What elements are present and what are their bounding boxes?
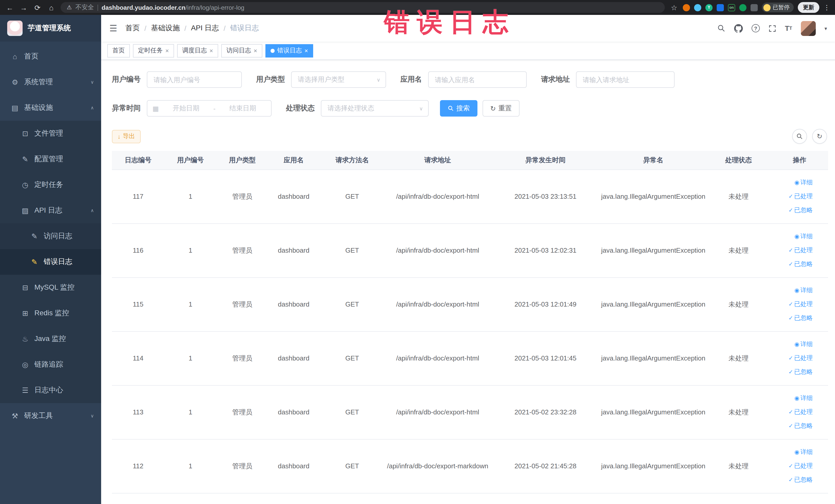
sidebar-item-config-management[interactable]: ✎ 配置管理	[0, 146, 101, 172]
close-icon[interactable]: ×	[165, 47, 169, 54]
cell-method: GET	[319, 277, 385, 331]
mark-processed-link[interactable]: ✓已处理	[771, 189, 813, 203]
col-app-name: 应用名	[268, 151, 319, 169]
breadcrumb: 首页 / 基础设施 / API 日志 / 错误日志	[125, 24, 259, 33]
extension-icon[interactable]	[717, 4, 724, 11]
mark-processed-link[interactable]: ✓已处理	[771, 297, 813, 311]
browser-toolbar: ← → ⟳ ⌂ ⚠ 不安全 dashboard.yudao.iocoder.cn…	[0, 0, 835, 15]
extension-icon[interactable]	[683, 4, 690, 11]
extension-icon[interactable]	[694, 4, 701, 11]
check-icon: ✓	[789, 301, 793, 307]
detail-link[interactable]: ◉详细	[771, 176, 813, 189]
github-icon[interactable]	[734, 24, 743, 33]
sidebar-toggle-icon[interactable]: ☰	[109, 23, 117, 34]
end-date-placeholder[interactable]: 结束日期	[220, 104, 266, 113]
cell-exception-time: 2021-05-03 23:13:51	[490, 169, 600, 223]
tab-schedule-log[interactable]: 调度日志 ×	[177, 44, 218, 57]
search-button[interactable]: 搜索	[440, 100, 477, 117]
bookmark-star-icon[interactable]: ☆	[669, 3, 679, 12]
address-bar[interactable]: ⚠ 不安全 dashboard.yudao.iocoder.cn/infra/l…	[61, 2, 665, 13]
profile-paused-chip[interactable]: 已暂停	[762, 3, 794, 12]
sidebar-item-redis-monitor[interactable]: ⊞ Redis 监控	[0, 300, 101, 326]
user-avatar[interactable]	[801, 21, 816, 36]
breadcrumb-item[interactable]: API 日志	[191, 24, 219, 33]
detail-link[interactable]: ◉详细	[771, 445, 813, 459]
close-icon[interactable]: ×	[209, 47, 213, 54]
reload-icon[interactable]: ⟳	[33, 3, 42, 12]
sidebar-item-error-log[interactable]: ✎ 错误日志	[0, 249, 101, 275]
caret-down-icon[interactable]: ▾	[824, 25, 827, 31]
tab-home[interactable]: 首页	[107, 44, 130, 57]
exception-time-range-picker[interactable]: ▦ 开始日期 - 结束日期	[147, 100, 271, 117]
extension-icon[interactable]	[739, 4, 747, 11]
mark-ignored-link[interactable]: ✓已忽略	[771, 419, 813, 433]
user-id-input[interactable]	[147, 72, 242, 88]
chevron-up-icon: ∧	[90, 208, 94, 213]
tab-access-log[interactable]: 访问日志 ×	[221, 44, 262, 57]
sidebar-item-mysql-monitor[interactable]: ⊟ MySQL 监控	[0, 275, 101, 300]
sidebar-item-java-monitor[interactable]: ♨ Java 监控	[0, 326, 101, 352]
sidebar-item-infrastructure[interactable]: ▤ 基础设施 ∧	[0, 95, 101, 121]
sidebar-item-api-log[interactable]: ▨ API 日志 ∧	[0, 198, 101, 223]
back-icon[interactable]: ←	[5, 3, 14, 12]
mark-processed-link[interactable]: ✓已处理	[771, 459, 813, 473]
refresh-table-button[interactable]: ↻	[812, 129, 827, 144]
table-row: 113 1 管理员 dashboard GET /api/infra/db-do…	[112, 385, 828, 439]
app-name-input[interactable]	[428, 72, 527, 88]
sidebar-item-scheduled-jobs[interactable]: ◷ 定时任务	[0, 172, 101, 198]
sidebar-item-log-center[interactable]: ☰ 日志中心	[0, 378, 101, 403]
user-type-select[interactable]: 请选择用户类型 ∨	[291, 72, 386, 88]
sidebar-item-label: 配置管理	[34, 155, 63, 164]
file-icon: ⊡	[21, 129, 30, 138]
mark-processed-link[interactable]: ✓已处理	[771, 405, 813, 419]
mark-processed-link[interactable]: ✓已处理	[771, 351, 813, 365]
breadcrumb-item[interactable]: 基础设施	[151, 24, 180, 33]
cell-log-id: 115	[112, 277, 164, 331]
browser-menu-icon[interactable]: ⋮	[823, 4, 830, 11]
search-icon[interactable]	[717, 24, 726, 32]
process-status-select[interactable]: 请选择处理状态 ∨	[321, 100, 429, 117]
detail-link[interactable]: ◉详细	[771, 283, 813, 297]
sidebar-item-dev-tools[interactable]: ⚒ 研发工具 ∨	[0, 403, 101, 429]
sidebar-item-trace[interactable]: ◎ 链路追踪	[0, 352, 101, 378]
reset-button[interactable]: ↻ 重置	[483, 100, 520, 117]
sidebar-item-access-log[interactable]: ✎ 访问日志	[0, 223, 101, 249]
fullscreen-icon[interactable]	[769, 24, 776, 32]
tab-scheduled-jobs[interactable]: 定时任务 ×	[133, 44, 174, 57]
close-icon[interactable]: ×	[304, 47, 308, 54]
browser-update-button[interactable]: 更新	[798, 2, 819, 13]
detail-link[interactable]: ◉详细	[771, 229, 813, 243]
cell-actions: ◉详细 ✓已处理 ✓已忽略	[771, 223, 828, 277]
sidebar-item-system-management[interactable]: ⚙ 系统管理 ∨	[0, 69, 101, 95]
sidebar-item-home[interactable]: ⌂ 首页	[0, 44, 101, 69]
mark-ignored-link[interactable]: ✓已忽略	[771, 203, 813, 217]
close-icon[interactable]: ×	[253, 47, 257, 54]
tab-error-log[interactable]: 错误日志 ×	[265, 44, 313, 57]
detail-link[interactable]: ◉详细	[771, 391, 813, 405]
home-icon[interactable]: ⌂	[47, 3, 56, 12]
toggle-search-button[interactable]	[792, 129, 807, 144]
breadcrumb-item[interactable]: 首页	[125, 24, 140, 33]
extension-icon[interactable]: Y	[705, 4, 713, 11]
sidebar-item-file-management[interactable]: ⊡ 文件管理	[0, 121, 101, 146]
process-status-label: 处理状态	[286, 104, 315, 113]
logo-bunny-icon	[7, 21, 23, 36]
navbar-actions: ? TT ▾	[717, 21, 827, 36]
mark-ignored-link[interactable]: ✓已忽略	[771, 257, 813, 271]
start-date-placeholder[interactable]: 开始日期	[163, 104, 209, 113]
cell-app-name: dashboard	[268, 331, 319, 385]
forward-icon[interactable]: →	[19, 3, 28, 12]
export-button[interactable]: ↓ 导出	[112, 130, 141, 143]
extension-icon[interactable]	[751, 4, 758, 11]
mark-processed-link[interactable]: ✓已处理	[771, 243, 813, 257]
help-icon[interactable]: ?	[752, 24, 760, 32]
font-size-icon[interactable]: TT	[785, 24, 792, 32]
request-url-input[interactable]	[576, 72, 675, 88]
extension-on-icon[interactable]: on	[728, 4, 735, 11]
mark-ignored-link[interactable]: ✓已忽略	[771, 311, 813, 325]
mark-ignored-link[interactable]: ✓已忽略	[771, 365, 813, 379]
mark-ignored-link[interactable]: ✓已忽略	[771, 473, 813, 487]
app-logo[interactable]: 芋道管理系统	[0, 15, 101, 42]
security-label[interactable]: 不安全	[76, 3, 94, 12]
detail-link[interactable]: ◉详细	[771, 337, 813, 351]
